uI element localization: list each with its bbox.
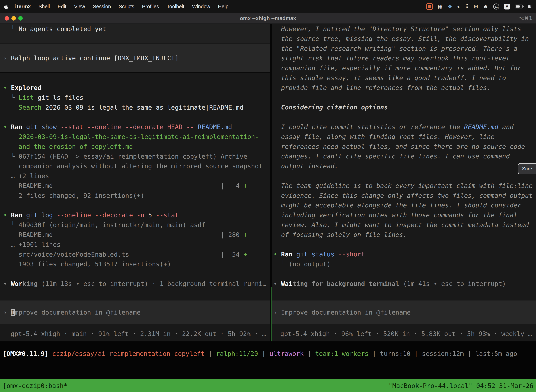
terminal-line: └ List git ls-files	[3, 93, 270, 103]
right-pane[interactable]: However, I noticed the "Directory Struct…	[273, 24, 536, 341]
ralph-loop-panel: › Ralph loop active continue [OMX_TMUX_I…	[0, 44, 270, 73]
terminal-line: … +2 lines	[3, 171, 270, 181]
terminal-line: of focusing solely on file lines.	[273, 230, 536, 240]
terminal-line	[273, 240, 536, 250]
input-source-icon[interactable]: A	[504, 4, 510, 9]
terminal-line: Search 2026-03-09-is-legal-the-same-as-l…	[3, 103, 270, 112]
window-title-bar[interactable]: omx --xhigh --madmax ⌥⌘1	[0, 13, 536, 24]
left-model-status-line: gpt-5.4 xhigh · main · 91% left · 2.31M …	[0, 329, 270, 339]
dark-app-icon[interactable]: ◐	[457, 4, 460, 9]
terminal-line	[3, 112, 270, 122]
menu-item-profiles[interactable]: Profiles	[142, 4, 159, 9]
stack-icon[interactable]: ⊞	[474, 4, 478, 9]
menu-status-icons: ▦❖◐⠿⊞☻61A≋	[426, 3, 532, 10]
menu-item-iterm2[interactable]: iTerm2	[14, 4, 31, 9]
terminal-line: src/voice/voiceModeEnabled.ts | 54 +	[3, 250, 270, 259]
ralph-loop-status: › Ralph loop active continue [OMX_TMUX_I…	[3, 53, 270, 63]
agents-status-line: └ No agents completed yet	[3, 24, 270, 34]
blue-app-icon[interactable]: ❖	[448, 4, 452, 9]
close-button[interactable]	[5, 16, 9, 21]
minimize-button[interactable]	[11, 16, 16, 21]
menu-items: iTerm2ShellEditViewSessionScriptsProfile…	[14, 4, 228, 9]
menu-item-edit[interactable]: Edit	[57, 4, 66, 9]
terminal-line: this single essay, it seems like a good …	[273, 73, 536, 83]
zoom-button[interactable]	[18, 16, 23, 21]
reasoning-heading: Considering citation options	[273, 103, 536, 112]
terminal-line: slight risk that future readers may over…	[273, 53, 536, 63]
tmux-host-time-label: "MacBook-Pro-44.local" 04:52 31-Mar-26	[388, 382, 533, 389]
terminal-line: review. Also, I might want to inspect th…	[273, 220, 536, 230]
prompt-input-line[interactable]: › Improve documentation in @filename	[3, 308, 270, 317]
app-grid-icon[interactable]: ⠿	[465, 4, 469, 9]
omx-status-bar: [OMX#0.11.9] cczip/essay/ai-reimplementa…	[0, 349, 536, 359]
pane-divider-active-segment	[271, 287, 272, 341]
window-title: omx --xhigh --madmax	[240, 13, 296, 23]
terminal-line: The team guideline is to back every impo…	[273, 181, 536, 191]
terminal-line: output instead.	[273, 161, 536, 171]
terminal-line: references need actual files, and since …	[273, 142, 536, 152]
terminal-line: └ (no output)	[273, 259, 536, 269]
right-model-status-line: gpt-5.4 xhigh · 96% left · 520K in · 5.8…	[273, 329, 536, 339]
terminal-line: 1903 files changed, 513517 insertions(+)	[3, 259, 270, 269]
terminal-line: README.md | 4 +	[3, 181, 270, 191]
menu-item-toolbelt[interactable]: Toolbelt	[167, 4, 184, 9]
terminal-line	[273, 112, 536, 122]
ran-git-show: • Ran git show --stat --oneline --decora…	[3, 122, 270, 132]
menu-item-shell[interactable]: Shell	[38, 4, 50, 9]
prompt-input-line[interactable]: › Improve documentation in @filename	[273, 308, 536, 317]
terminal-line: might be acceptable alongside the file l…	[273, 201, 536, 210]
left-agent-log: • Explored └ List git ls-files Search 20…	[0, 73, 270, 300]
left-input-panel[interactable]: › Improve documentation in @filename	[0, 300, 270, 324]
menu-item-session[interactable]: Session	[93, 4, 111, 9]
terminal-line	[3, 269, 270, 279]
terminal-line	[273, 269, 536, 279]
left-pane[interactable]: └ No agents completed yet › Ralph loop a…	[0, 24, 270, 341]
right-input-panel[interactable]: › Improve documentation in @filename	[273, 300, 536, 324]
window-shortcut-badge: ⌥⌘1	[518, 13, 532, 23]
menu-item-help[interactable]: Help	[218, 4, 228, 9]
terminal-line: evidence. Since this change only affects…	[273, 191, 536, 201]
ran-git-log: • Ran git log --oneline --decorate -n 5 …	[3, 210, 270, 220]
terminal-line	[273, 93, 536, 103]
menu-bar: iTerm2ShellEditViewSessionScriptsProfile…	[0, 0, 536, 13]
terminal-line: the source tree, missing the essay. Stil…	[273, 34, 536, 44]
working-status-line: • Working (11m 13s • esc to interrupt) ·…	[3, 279, 270, 289]
menu-item-window[interactable]: Window	[192, 4, 210, 9]
user-icon[interactable]: ☻	[483, 4, 488, 9]
terminal: └ No agents completed yet › Ralph loop a…	[0, 24, 536, 392]
reasoning-text: However, I noticed the "Directory Struct…	[273, 24, 536, 34]
terminal-line: and-the-erosion-of-copyleft.md	[3, 142, 270, 152]
terminal-line: … +1901 lines	[3, 240, 270, 250]
battery-icon[interactable]	[515, 5, 523, 9]
terminal-line: └ 4b9d30f (origin/main, instructkr/main,…	[3, 220, 270, 230]
terminal-line: 2026-03-09-is-legal-the-same-as-legitima…	[3, 132, 270, 142]
tmux-status-bar: [omx-cczip0:bash* "MacBook-Pro-44.local"…	[0, 379, 536, 392]
battery-percent-icon[interactable]: 61	[493, 4, 499, 9]
menu-item-view[interactable]: View	[74, 4, 85, 9]
terminal-line: companion file, especially if more comme…	[273, 63, 536, 73]
tmux-session-label: [omx-cczip0:bash*	[3, 382, 67, 389]
omx-session-status: [OMX#0.11.9] cczip/essay/ai-reimplementa…	[3, 349, 536, 359]
agents-panel: └ No agents completed yet	[0, 24, 270, 43]
terminal-line: 2 files changed, 92 insertions(+)	[3, 191, 270, 201]
terminal-line: companion analysis without altering the …	[3, 161, 270, 171]
terminal-line: changes, I can't cite specific file line…	[273, 151, 536, 161]
terminal-line: provide file and line references from th…	[273, 83, 536, 93]
wifi-icon[interactable]: ≋	[527, 4, 532, 9]
ran-git-status: • Ran git status --short	[273, 249, 536, 259]
explored-header: • Explored	[3, 83, 270, 93]
waiting-status-line: • Waiting for background terminal (1m 41…	[273, 279, 536, 289]
terminal-line	[3, 201, 270, 210]
terminal-line: including verification notes with those …	[273, 210, 536, 220]
terminal-line: the "Related research writing" section i…	[273, 44, 536, 54]
apple-menu-icon[interactable]	[4, 4, 9, 9]
menu-item-scripts[interactable]: Scripts	[119, 4, 134, 9]
pane-divider[interactable]	[270, 24, 273, 341]
terminal-line: └ 067f154 (HEAD -> essay/ai-reimplementa…	[3, 152, 270, 161]
right-agent-log: However, I noticed the "Directory Struct…	[273, 24, 536, 289]
terminal-line: README.md | 280 +	[3, 230, 270, 240]
screen: iTerm2ShellEditViewSessionScriptsProfile…	[0, 0, 536, 392]
window-grid-icon[interactable]: ▦	[438, 4, 443, 9]
terminal-line	[273, 171, 536, 181]
screen-recording-indicator-icon[interactable]	[426, 3, 433, 10]
